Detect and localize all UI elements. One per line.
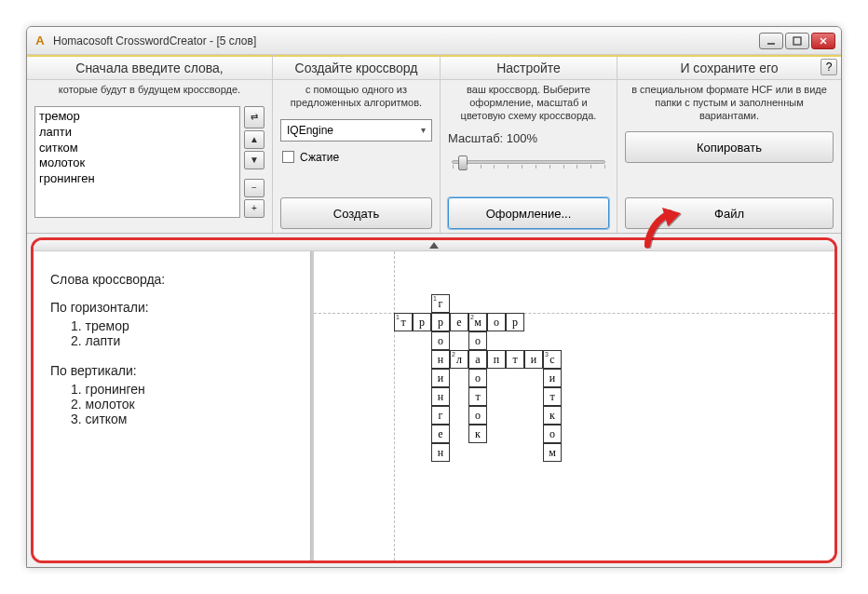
list-item: 1. гронинген	[71, 382, 293, 397]
grid-cell: р	[413, 313, 431, 331]
grid-cell: м2	[468, 313, 487, 331]
grid-cell: о	[468, 406, 487, 425]
grid-cell: е	[431, 425, 450, 443]
swap-button[interactable]: ⇄	[244, 106, 264, 128]
list-item: 3. ситком	[71, 412, 293, 426]
panel-create-desc: с помощью одного из предложенных алгорит…	[273, 80, 440, 115]
list-item: 1. тремор	[71, 318, 293, 333]
app-window: A Homacosoft CrosswordCreator - [5 слов]…	[26, 26, 842, 568]
down-label: По вертикали:	[50, 363, 293, 378]
preview-area: Слова кроссворда: По горизонтали: 1. тре…	[31, 237, 837, 563]
clue-pane[interactable]: Слова кроссворда: По горизонтали: 1. тре…	[34, 251, 311, 560]
window-title: Homacosoft CrosswordCreator - [5 слов]	[53, 34, 759, 47]
grid-cell: р	[506, 313, 524, 331]
grid-cell: г	[431, 406, 450, 425]
remove-button[interactable]: −	[244, 179, 264, 197]
panel-configure-head: Настройте	[441, 55, 617, 80]
panel-create: Создайте кроссворд с помощью одного из п…	[273, 55, 441, 233]
grid-cell: н	[431, 387, 450, 406]
app-icon: A	[33, 34, 47, 48]
grid-cell: м	[543, 443, 562, 462]
grid-cell: г1	[431, 294, 450, 313]
compress-checkbox[interactable]	[282, 151, 294, 163]
move-up-button[interactable]: ▲	[244, 130, 264, 149]
help-button[interactable]: ?	[821, 59, 837, 75]
preview-toolbar[interactable]	[34, 240, 834, 251]
compress-row[interactable]: Сжатие	[280, 147, 432, 168]
cell-number: 3	[545, 351, 549, 358]
panel-save-head: И сохраните его	[617, 55, 841, 80]
panel-save-desc: в специальном формате HCF или в виде пап…	[617, 80, 841, 128]
panel-create-head: Создайте кроссворд	[273, 55, 440, 80]
across-label: По горизонтали:	[50, 300, 293, 315]
down-list: 1. гронинген 2. молоток 3. ситком	[50, 382, 293, 426]
grid-cell: н	[431, 443, 450, 462]
grid-cell: т	[468, 387, 487, 406]
scale-slider[interactable]	[452, 160, 605, 164]
grid-cell: н	[431, 350, 450, 369]
create-button[interactable]: Создать	[280, 197, 432, 229]
grid-cell: л2	[450, 350, 468, 369]
panel-words-desc: которые будут в будущем кроссворде.	[27, 80, 272, 102]
design-button[interactable]: Оформление...	[448, 197, 609, 229]
grid-cell: е	[450, 313, 468, 331]
arrow-annotation-icon	[642, 204, 688, 250]
panel-configure: Настройте ваш кроссворд. Выберите оформл…	[441, 55, 617, 233]
words-textarea[interactable]	[34, 106, 240, 218]
maximize-button[interactable]	[785, 33, 809, 49]
guide-v	[394, 251, 395, 560]
cell-number: 1	[433, 295, 437, 302]
panel-words: Сначала введите слова, которые будут в б…	[27, 55, 273, 233]
grid-cell: а	[468, 350, 487, 369]
engine-value: IQEngine	[287, 124, 333, 137]
title-bar[interactable]: A Homacosoft CrosswordCreator - [5 слов]	[27, 27, 841, 55]
grid-cell: о	[468, 331, 487, 350]
grid-pane[interactable]: г1т1ррем2ороонл2аптис3иоинттгокеконм	[311, 251, 834, 560]
grid-cell: т	[506, 350, 524, 369]
panel-words-head: Сначала введите слова,	[27, 55, 272, 80]
grid-cell: и	[431, 369, 450, 387]
grid-cell: о	[487, 313, 506, 331]
close-button[interactable]	[811, 33, 835, 49]
cell-number: 2	[452, 351, 455, 358]
list-item: 2. молоток	[71, 397, 293, 412]
cell-number: 1	[396, 314, 400, 320]
grid-cell: к	[468, 425, 487, 443]
guide-h	[314, 313, 834, 314]
grid-cell: и	[524, 350, 543, 369]
grid-cell: о	[543, 425, 562, 443]
grid-cell: о	[468, 369, 487, 387]
grid-cell: р	[431, 313, 450, 331]
minimize-button[interactable]	[759, 33, 783, 49]
clues-title: Слова кроссворда:	[50, 272, 293, 287]
collapse-icon	[429, 242, 439, 249]
grid-cell: к	[543, 406, 562, 425]
grid-cell: т	[543, 387, 562, 406]
engine-select[interactable]: IQEngine	[280, 119, 432, 142]
add-button[interactable]: +	[244, 199, 264, 218]
across-list: 1. тремор 2. лапти	[50, 318, 293, 348]
scale-label: Масштаб: 100%	[448, 131, 609, 145]
copy-button[interactable]: Копировать	[625, 131, 834, 163]
svg-rect-1	[793, 37, 801, 45]
compress-label: Сжатие	[300, 151, 339, 164]
list-item: 2. лапти	[71, 333, 293, 348]
grid-cell: о	[431, 331, 450, 350]
move-down-button[interactable]: ▼	[244, 151, 264, 169]
cell-number: 2	[470, 314, 474, 320]
grid-cell: п	[487, 350, 506, 369]
panel-configure-desc: ваш кроссворд. Выберите оформление, масш…	[441, 80, 617, 128]
toolbar: Сначала введите слова, которые будут в б…	[27, 55, 841, 234]
grid-cell: и	[543, 369, 562, 387]
grid-cell: т1	[394, 313, 413, 331]
grid-cell: с3	[543, 350, 562, 369]
